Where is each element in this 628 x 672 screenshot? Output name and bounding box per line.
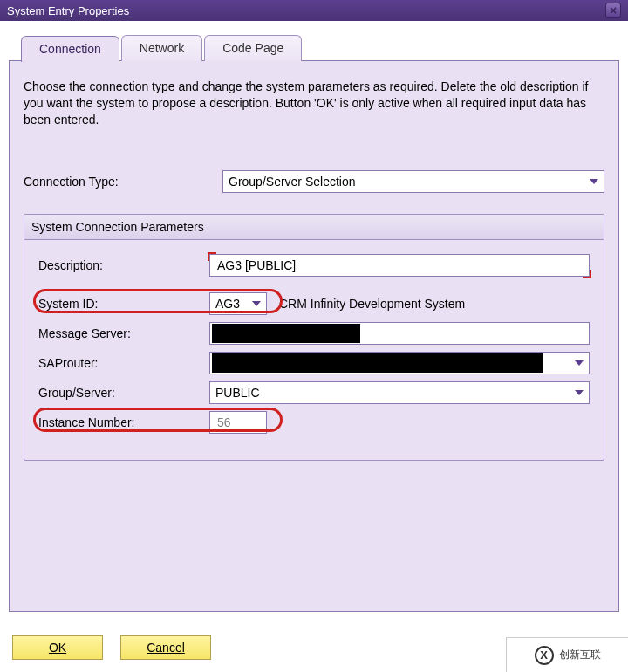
tab-code-page[interactable]: Code Page [204, 35, 302, 61]
window-body: Connection Network Code Page Choose the … [0, 35, 628, 612]
parameters-group-title: System Connection Parameters [24, 215, 604, 240]
saprouter-select[interactable] [209, 352, 590, 374]
connection-type-value: Group/Server Selection [229, 175, 356, 189]
group-server-label: Group/Server: [38, 386, 209, 400]
redacted-value [212, 324, 360, 343]
dropdown-icon [590, 179, 598, 184]
close-button[interactable]: × [605, 3, 621, 18]
ok-label: OK [49, 641, 66, 655]
connection-type-select[interactable]: Group/Server Selection [222, 170, 604, 193]
ok-button[interactable]: OK [12, 635, 103, 660]
connection-type-label: Connection Type: [24, 175, 222, 189]
redacted-value [212, 353, 543, 373]
instance-number-field [215, 415, 261, 430]
watermark: X 创新互联 [506, 637, 628, 672]
dropdown-icon [575, 360, 584, 366]
dropdown-icon [575, 390, 584, 395]
close-icon: × [610, 3, 617, 17]
description-input[interactable] [209, 254, 590, 277]
tab-panel-connection: Choose the connection type and change th… [9, 60, 619, 612]
instance-number-input[interactable] [209, 411, 267, 434]
message-server-label: Message Server: [38, 326, 209, 340]
highlight-bracket-icon [583, 270, 591, 278]
connection-type-row: Connection Type: Group/Server Selection [24, 170, 604, 193]
system-id-label: System ID: [38, 297, 209, 311]
instance-number-label: Instance Number: [38, 415, 209, 429]
parameters-group-body: Description: System ID: AG3 [24, 240, 604, 460]
system-id-description: CRM Infinity Development System [279, 297, 465, 311]
group-server-select[interactable]: PUBLIC [209, 381, 590, 404]
tab-row: Connection Network Code Page [21, 35, 619, 61]
intro-text: Choose the connection type and change th… [24, 79, 604, 128]
cancel-label: Cancel [147, 641, 185, 655]
description-label: Description: [38, 258, 209, 272]
button-bar: OK Cancel [12, 635, 211, 660]
watermark-text: 创新互联 [559, 648, 601, 662]
cancel-button[interactable]: Cancel [120, 635, 211, 660]
saprouter-label: SAProuter: [38, 356, 209, 370]
system-id-select[interactable]: AG3 [209, 292, 267, 315]
watermark-icon: X [535, 646, 554, 665]
parameters-group: System Connection Parameters Description… [24, 214, 604, 461]
highlight-bracket-icon [208, 252, 216, 261]
description-field[interactable] [215, 257, 584, 273]
tab-connection[interactable]: Connection [21, 36, 119, 62]
group-server-value: PUBLIC [215, 386, 260, 400]
tab-network[interactable]: Network [121, 35, 202, 61]
system-id-value: AG3 [215, 297, 240, 311]
message-server-input[interactable] [209, 322, 590, 345]
dropdown-icon [252, 301, 261, 306]
window-title: System Entry Properties [7, 4, 129, 17]
title-bar: System Entry Properties × [0, 0, 628, 21]
